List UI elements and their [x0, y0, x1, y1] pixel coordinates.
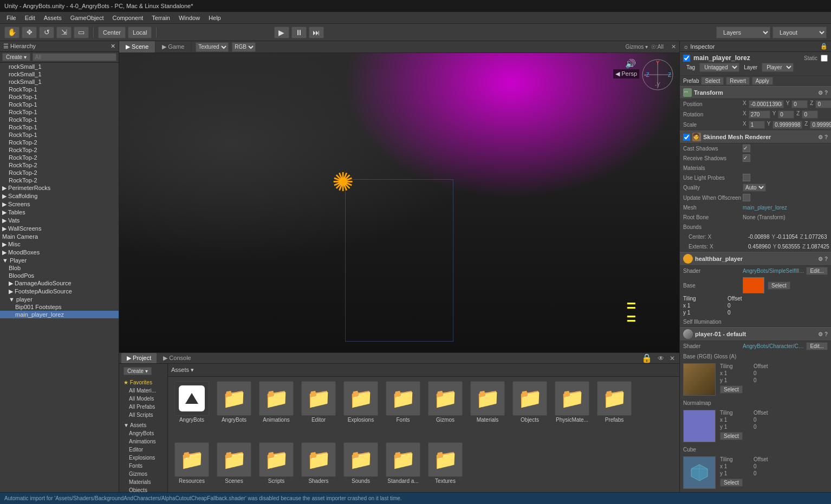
asset-item-editor[interactable]: 📁 Editor — [299, 381, 338, 439]
list-item-player[interactable]: ▼ Player — [0, 257, 119, 264]
list-item[interactable]: RockTop-2 — [0, 169, 119, 176]
cast-shadows-checkbox[interactable] — [743, 145, 750, 152]
prefab-revert-button[interactable]: Revert — [726, 77, 749, 85]
tab-project[interactable]: ▶ Project — [121, 353, 157, 363]
asset-item-explosions[interactable]: 📁 Explosions — [341, 381, 380, 439]
hierarchy-create-button[interactable]: Create ▾ — [2, 53, 30, 61]
asset-item-standard[interactable]: 📁 Standard a... — [384, 442, 423, 500]
list-item-bip001[interactable]: Bip001 Footsteps — [0, 303, 119, 311]
asset-item-materials[interactable]: 📁 Materials — [468, 381, 507, 439]
list-item-footstep-audio[interactable]: ▶ FootstepAudioSource — [0, 287, 119, 296]
list-item[interactable]: RockTop-1 — [0, 101, 119, 108]
audio-icon[interactable]: 🔊 — [625, 58, 636, 69]
list-item-player-sub[interactable]: ▼ player — [0, 296, 119, 303]
scale-y-input[interactable] — [772, 121, 802, 129]
rotate-tool-button[interactable]: ↺ — [39, 27, 54, 38]
list-item[interactable]: RockTop-1 — [0, 116, 119, 123]
update-offscreen-checkbox[interactable] — [743, 194, 750, 201]
player-shader-header[interactable]: player-01 - default ⚙ ? — [680, 327, 831, 341]
player-shader-edit-button[interactable]: Edit... — [806, 342, 828, 350]
bottom-eye-icon[interactable]: 👁 — [655, 355, 666, 362]
pos-z-input[interactable] — [815, 100, 831, 108]
skinned-mesh-enabled[interactable] — [683, 134, 690, 141]
list-item-tables[interactable]: ▶ Tables — [0, 208, 119, 217]
asset-item-resources[interactable]: 📁 Resources — [172, 442, 211, 500]
list-item-damage-audio[interactable]: ▶ DamageAudioSource — [0, 279, 119, 287]
proj-angrybots[interactable]: AngryBots — [121, 429, 165, 437]
tab-game[interactable]: ▶ Game — [155, 41, 191, 53]
proj-fonts[interactable]: Fonts — [121, 462, 165, 470]
normalmap-texture-thumb[interactable] — [683, 410, 716, 442]
project-create-button[interactable]: Create ▾ — [124, 367, 152, 375]
menu-gameobject[interactable]: GameObject — [66, 14, 108, 22]
proj-gizmos[interactable]: Gizmos — [121, 470, 165, 478]
proj-all-models[interactable]: All Models — [121, 395, 165, 403]
proj-favorites[interactable]: ★ Favorites — [121, 378, 165, 387]
prefab-apply-button[interactable]: Apply — [752, 77, 773, 85]
list-item-blob[interactable]: Blob — [0, 264, 119, 272]
list-item-perimeter-rocks[interactable]: ▶ PerimeterRocks — [0, 184, 119, 192]
list-item-vats[interactable]: ▶ Vats — [0, 217, 119, 225]
asset-item-physicmate[interactable]: 📁 PhysicMate... — [553, 381, 592, 439]
scene-compass[interactable]: Y -Y -Z Z — [641, 58, 674, 91]
tab-console[interactable]: ▶ Console — [158, 353, 196, 363]
cube-texture-thumb[interactable] — [683, 456, 716, 489]
bottom-close-icon[interactable]: ✕ — [667, 355, 677, 362]
list-item-wallscreens[interactable]: ▶ WallScreens — [0, 225, 119, 233]
menu-terrain[interactable]: Terrain — [147, 14, 174, 22]
list-item-main-player-lorez[interactable]: main_player_lorez — [0, 311, 119, 318]
tag-dropdown[interactable]: Untagged — [699, 63, 739, 72]
rot-z-input[interactable] — [802, 110, 818, 119]
proj-animator[interactable]: Animations — [121, 437, 165, 446]
pivot-center-button[interactable]: Center — [98, 27, 126, 38]
asset-item-unity[interactable]: AngryBots — [172, 381, 211, 439]
healthbar-settings[interactable]: ⚙ ? — [818, 256, 828, 262]
asset-item-objects[interactable]: 📁 Objects — [510, 381, 549, 439]
inspector-lock-icon[interactable]: 🔒 — [820, 43, 828, 50]
rot-x-input[interactable] — [749, 110, 770, 119]
scale-x-input[interactable] — [749, 121, 765, 129]
scale-tool-button[interactable]: ⇲ — [56, 27, 72, 38]
list-item[interactable]: RockTop-1 — [0, 93, 119, 101]
prefab-select-button[interactable]: Select — [701, 77, 724, 85]
play-button[interactable]: ▶ — [274, 27, 289, 38]
healthbar-select-button[interactable]: Select — [768, 282, 790, 290]
list-item[interactable]: RockTop-2 — [0, 146, 119, 154]
list-item[interactable]: rockSmall_1 — [0, 63, 119, 70]
cube-select-button[interactable]: Select — [720, 479, 743, 487]
asset-item-angrybots[interactable]: 📁 AngryBots — [215, 381, 254, 439]
layer-dropdown[interactable]: Player — [762, 63, 794, 72]
list-item-main-camera[interactable]: Main Camera — [0, 233, 119, 240]
proj-all-prefabs[interactable]: All Prefabs — [121, 403, 165, 411]
menu-file[interactable]: File — [2, 14, 21, 22]
asset-item-scripts[interactable]: 📁 Scripts — [257, 442, 296, 500]
layers-dropdown[interactable]: Layers — [716, 27, 770, 38]
list-item-screens[interactable]: ▶ Screens — [0, 200, 119, 208]
proj-assets[interactable]: ▼ Assets — [121, 421, 165, 429]
list-item[interactable]: RockTop-1 — [0, 108, 119, 116]
rect-tool-button[interactable]: ▭ — [74, 27, 89, 38]
asset-item-prefabs[interactable]: 📁 Prefabs — [595, 381, 634, 439]
list-item[interactable]: rockSmall_1 — [0, 78, 119, 86]
asset-item-scenes[interactable]: 📁 Scenes — [215, 442, 254, 500]
skinned-mesh-settings[interactable]: ⚙ ? — [818, 134, 828, 140]
hand-tool-button[interactable]: ✋ — [4, 27, 20, 38]
skinned-mesh-header[interactable]: 🧑 Skinned Mesh Renderer ⚙ ? — [680, 130, 831, 143]
hierarchy-close[interactable]: ✕ — [111, 43, 115, 50]
asset-item-sounds[interactable]: 📁 Sounds — [341, 442, 380, 500]
tab-scene[interactable]: ▶ Scene — [119, 41, 155, 53]
transform-settings-icon[interactable]: ⚙ ? — [818, 90, 828, 96]
list-item[interactable]: rockSmall_1 — [0, 70, 119, 78]
step-button[interactable]: ⏭ — [309, 27, 324, 38]
move-tool-button[interactable]: ✥ — [22, 27, 37, 38]
list-item[interactable]: RockTop-2 — [0, 154, 119, 161]
hierarchy-search-input[interactable] — [33, 53, 116, 61]
list-item[interactable]: RockTop-1 — [0, 123, 119, 131]
menu-edit[interactable]: Edit — [21, 14, 40, 22]
list-item[interactable]: RockTop-2 — [0, 176, 119, 184]
receive-shadows-checkbox[interactable] — [743, 154, 750, 162]
persp-label[interactable]: ◀ Persp — [613, 69, 639, 78]
list-item-scaffolding[interactable]: ▶ Scaffolding — [0, 192, 119, 200]
player-shader-settings[interactable]: ⚙ ? — [818, 331, 828, 337]
asset-item-gizmos[interactable]: 📁 Gizmos — [426, 381, 465, 439]
